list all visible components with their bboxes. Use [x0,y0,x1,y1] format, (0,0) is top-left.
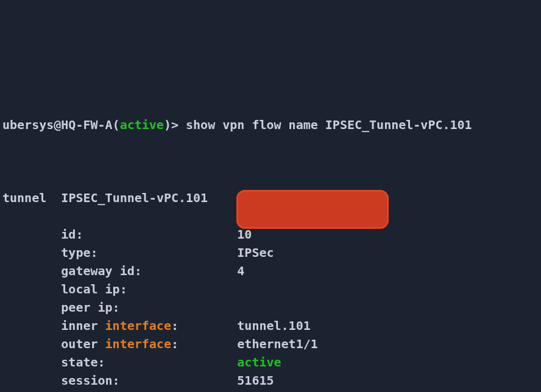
prompt-user-host: ubersys@HQ-FW-A( [2,117,120,132]
field-label-pre: inner [61,318,105,333]
terminal-output: ubersys@HQ-FW-A(active)> show vpn flow n… [0,73,541,392]
field-row: peer ip: [2,298,539,317]
field-label-pre: outer [61,337,105,351]
field-value: ethernet1/1 [237,337,317,351]
field-row: tunnel mtu: 1428 [2,390,539,392]
field-label: type: [61,245,97,260]
field-row: session: 51615 [2,371,539,390]
field-value: 4 [237,264,244,278]
field-label: local ip: [61,282,127,296]
field-row: type: IPSec [2,243,539,262]
field-value: 51615 [237,373,274,388]
field-row: gateway id: 4 [2,262,539,280]
field-label: peer ip: [61,300,119,315]
tunnel-header-label: tunnel [2,191,46,205]
field-value: tunnel.101 [237,318,310,333]
field-label-keyword: interface [105,318,171,333]
blank-line [2,152,539,170]
prompt-state: active [120,117,164,132]
field-label: id: [61,227,83,242]
tunnel-fields: id: 10 type: IPSec gateway id: 4 local i… [2,225,539,392]
field-value: 10 [237,227,252,242]
field-value: IPSec [237,245,274,260]
field-label-keyword: interface [105,337,171,351]
field-value: active [237,355,281,369]
field-row: local ip: [2,280,539,298]
tunnel-name: IPSEC_Tunnel-vPC.101 [61,191,208,205]
shell-prompt[interactable]: ubersys@HQ-FW-A(active)> show vpn flow n… [2,116,539,134]
field-label: state: [61,355,105,369]
field-row: inner interface: tunnel.101 [2,317,539,335]
prompt-closing: )> [164,117,186,132]
field-label: gateway id: [61,264,141,278]
field-label-post: : [171,318,179,333]
field-label: session: [61,373,119,388]
field-row: state: active [2,353,539,371]
redaction-ip-block [236,190,389,229]
field-row: outer interface: ethernet1/1 [2,335,539,353]
command-text: show vpn flow name IPSEC_Tunnel-vPC.101 [186,117,472,132]
field-label-post: : [171,337,179,351]
